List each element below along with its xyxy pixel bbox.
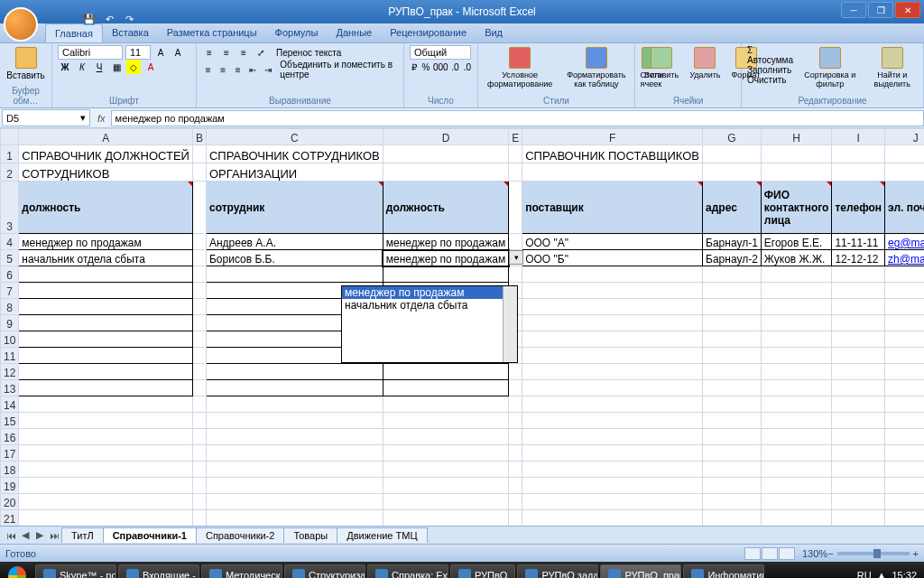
cell[interactable] [522, 348, 703, 364]
column-header[interactable]: C [206, 129, 383, 145]
cell[interactable] [383, 266, 508, 283]
tray-lang[interactable]: RU [857, 570, 872, 578]
cell[interactable] [522, 364, 703, 380]
column-header[interactable]: G [703, 129, 762, 145]
cell[interactable] [761, 461, 832, 478]
tab-view[interactable]: Вид [476, 23, 512, 42]
cell[interactable] [885, 315, 924, 331]
cell[interactable] [19, 266, 193, 283]
cell[interactable] [885, 445, 924, 461]
align-left-icon[interactable]: ≡ [202, 62, 214, 77]
close-button[interactable]: ✕ [895, 2, 920, 18]
cell[interactable] [509, 396, 522, 413]
row-header[interactable]: 9 [1, 315, 19, 331]
row-header[interactable]: 19 [1, 478, 19, 494]
clear-button[interactable]: Очистить [747, 75, 793, 85]
align-middle-icon[interactable]: ≡ [219, 45, 234, 60]
cell[interactable]: менеджер по продажам [383, 234, 508, 250]
cell[interactable] [885, 380, 924, 396]
cell[interactable] [703, 348, 762, 364]
fill-button[interactable]: Заполнить [747, 65, 793, 75]
cell[interactable] [192, 163, 206, 182]
sheet-tab[interactable]: Движение ТМЦ [337, 527, 427, 543]
cell[interactable] [192, 510, 206, 527]
cell[interactable] [192, 331, 206, 348]
tab-data[interactable]: Данные [327, 23, 381, 42]
cell[interactable] [509, 380, 522, 396]
delete-cells-button[interactable]: Удалить [686, 45, 724, 81]
column-header[interactable]: J [885, 129, 924, 145]
conditional-formatting-button[interactable]: Условное форматирование [484, 45, 556, 90]
cell[interactable] [832, 445, 885, 461]
row-header[interactable]: 4 [1, 234, 19, 250]
format-as-table-button[interactable]: Форматировать как таблицу [563, 45, 629, 90]
dropdown-arrow-icon[interactable]: ▾ [509, 250, 523, 265]
cell[interactable]: 11-11-11 [832, 234, 885, 250]
cell[interactable] [832, 163, 885, 182]
cell[interactable]: Жуков Ж.Ж. [761, 250, 832, 266]
row-header[interactable]: 1 [1, 145, 19, 163]
cell[interactable] [509, 413, 522, 429]
cell[interactable] [383, 478, 508, 494]
cell[interactable] [192, 380, 206, 396]
column-header[interactable]: I [832, 129, 885, 145]
maximize-button[interactable]: ❐ [868, 2, 893, 18]
cell[interactable] [19, 315, 193, 331]
cell[interactable] [206, 461, 383, 478]
column-header[interactable]: F [522, 129, 703, 145]
cell[interactable] [885, 163, 924, 182]
cell[interactable] [761, 266, 832, 283]
cell[interactable] [761, 396, 832, 413]
taskbar-app-button[interactable]: Справка: Excel [367, 564, 448, 578]
cell[interactable] [703, 331, 762, 348]
cell[interactable] [761, 331, 832, 348]
cell[interactable] [192, 315, 206, 331]
italic-button[interactable]: К [75, 60, 89, 74]
cell[interactable] [761, 510, 832, 527]
tab-formulas[interactable]: Формулы [266, 23, 328, 42]
cell[interactable]: телефон [832, 182, 885, 234]
cell[interactable] [761, 429, 832, 445]
cell[interactable] [19, 429, 193, 445]
cell[interactable] [522, 315, 703, 331]
sheet-nav-first-icon[interactable]: ⏮ [4, 528, 18, 543]
cell[interactable] [832, 429, 885, 445]
cell[interactable] [703, 266, 762, 283]
cell[interactable] [192, 182, 206, 234]
cell[interactable] [703, 364, 762, 380]
font-name-select[interactable]: Calibri [58, 45, 123, 60]
cell[interactable] [509, 364, 522, 380]
sheet-nav-prev-icon[interactable]: ◀ [18, 528, 32, 543]
dropdown-scrollbar[interactable] [503, 286, 517, 362]
cell[interactable] [192, 266, 206, 283]
column-header[interactable] [1, 129, 19, 145]
align-center-icon[interactable]: ≡ [217, 62, 228, 77]
cell[interactable] [192, 250, 206, 266]
taskbar-app-button[interactable]: Методическ… [201, 564, 282, 578]
cell[interactable] [703, 510, 762, 527]
tray-flag-icon[interactable]: ▲ [877, 570, 887, 578]
cell[interactable] [761, 145, 832, 163]
cell[interactable] [192, 396, 206, 413]
inc-decimal-icon[interactable]: .0 [450, 60, 459, 74]
cell[interactable] [832, 299, 885, 315]
cell[interactable] [885, 331, 924, 348]
cell[interactable] [703, 283, 762, 299]
cell[interactable] [761, 299, 832, 315]
cell[interactable] [832, 315, 885, 331]
column-header[interactable]: A [19, 129, 193, 145]
align-bottom-icon[interactable]: ≡ [236, 45, 251, 60]
taskbar-app-button[interactable]: РУПвО_прак [600, 564, 681, 578]
formula-input[interactable]: менеджер по продажам [111, 110, 924, 126]
cell[interactable] [703, 145, 762, 163]
border-button[interactable]: ▦ [109, 60, 124, 74]
tab-page-layout[interactable]: Разметка страницы [158, 23, 266, 42]
cell[interactable] [383, 145, 508, 163]
cell[interactable] [19, 380, 193, 396]
cell[interactable] [885, 299, 924, 315]
cell[interactable] [206, 494, 383, 510]
orientation-icon[interactable]: ⤢ [254, 45, 268, 60]
cell[interactable] [206, 380, 383, 396]
merge-center-button[interactable]: Объединить и поместить в центре [280, 60, 398, 79]
font-size-select[interactable]: 11 [125, 45, 151, 60]
